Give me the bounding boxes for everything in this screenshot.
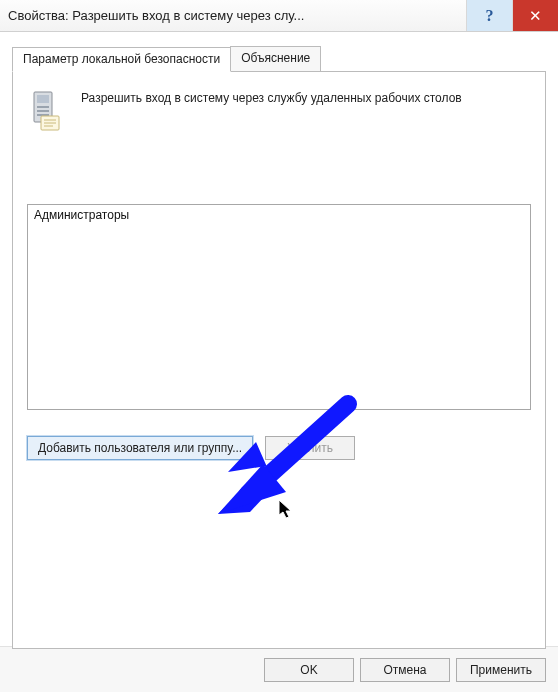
tab-explain[interactable]: Объяснение — [230, 46, 321, 71]
ok-button[interactable]: OK — [264, 658, 354, 682]
tab-panel: Разрешить вход в систему через службу уд… — [12, 71, 546, 649]
tab-local-security[interactable]: Параметр локальной безопасности — [12, 47, 231, 72]
dialog-body: Параметр локальной безопасности Объяснен… — [0, 32, 558, 646]
svg-marker-13 — [279, 500, 291, 518]
users-listbox[interactable]: Администраторы — [27, 204, 531, 410]
question-icon: ? — [486, 7, 494, 25]
mouse-cursor-icon — [279, 500, 295, 523]
remove-button[interactable]: Удалить — [265, 436, 355, 460]
close-button[interactable]: ✕ — [512, 0, 558, 31]
titlebar: Свойства: Разрешить вход в систему через… — [0, 0, 558, 32]
dialog-footer: OK Отмена Применить — [0, 646, 558, 692]
add-user-group-button[interactable]: Добавить пользователя или группу... — [27, 436, 253, 460]
list-buttons: Добавить пользователя или группу... Удал… — [27, 436, 531, 460]
tabs: Параметр локальной безопасности Объяснен… — [12, 46, 546, 71]
annotation-arrow — [208, 394, 368, 527]
policy-description: Разрешить вход в систему через службу уд… — [81, 90, 462, 134]
titlebar-buttons: ? ✕ — [466, 0, 558, 31]
svg-marker-11 — [218, 482, 278, 514]
svg-rect-1 — [37, 95, 49, 103]
window-title: Свойства: Разрешить вход в систему через… — [8, 8, 466, 23]
apply-button[interactable]: Применить — [456, 658, 546, 682]
svg-rect-2 — [37, 106, 49, 108]
help-button[interactable]: ? — [466, 0, 512, 31]
svg-marker-12 — [218, 464, 286, 514]
server-policy-icon — [27, 90, 67, 134]
policy-header: Разрешить вход в систему через службу уд… — [27, 90, 531, 134]
close-icon: ✕ — [529, 7, 542, 25]
svg-rect-3 — [37, 110, 49, 112]
list-item[interactable]: Администраторы — [34, 208, 524, 222]
cancel-button[interactable]: Отмена — [360, 658, 450, 682]
